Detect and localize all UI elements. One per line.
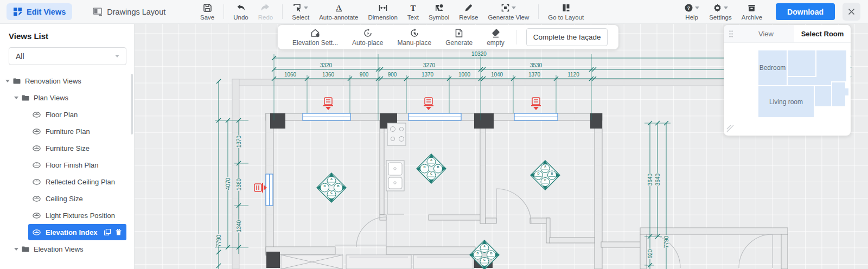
dim-segment: 1040 — [491, 72, 503, 78]
room-living-room[interactable]: Living room — [758, 86, 814, 117]
sidebar-item-reflected-ceiling-plan[interactable]: Reflected Ceiling Plan — [28, 174, 126, 190]
sidebar-item-floor-finish-plan[interactable]: Floor Finish Plan — [28, 157, 126, 173]
room-mini-map: Bedroom Living room — [724, 43, 851, 135]
tab-edit-views[interactable]: Edit Views — [7, 3, 72, 20]
app-window: Edit Views Drawings Layout Save — [0, 0, 868, 269]
room-unnamed[interactable] — [788, 50, 815, 76]
room-unnamed — [845, 88, 848, 95]
room-unnamed[interactable] — [788, 77, 831, 85]
view-icon — [33, 112, 41, 118]
tab-drawings-layout-label: Drawings Layout — [107, 8, 165, 16]
help-dropdown-caret[interactable] — [695, 7, 699, 9]
room-unnamed[interactable] — [815, 86, 831, 106]
generate-button[interactable]: Generate — [438, 28, 480, 47]
auto-annotate-button[interactable]: A Auto-annotate — [314, 3, 363, 21]
save-label: Save — [200, 14, 214, 21]
drag-handle-icon[interactable] — [724, 25, 738, 42]
auto-annotate-icon: A — [334, 3, 343, 12]
sidebar-scrollbar[interactable] — [131, 74, 133, 134]
tab-drawings-layout[interactable]: Drawings Layout — [86, 3, 172, 20]
trash-icon[interactable] — [116, 229, 122, 235]
section-marker-icon[interactable] — [424, 98, 433, 110]
select-dropdown-caret[interactable] — [304, 7, 308, 9]
room-panel-header: View Select Room — [724, 25, 851, 43]
drawings-layout-icon — [93, 7, 103, 16]
caret-down-icon[interactable] — [14, 97, 18, 99]
manu-place-label: Manu-place — [397, 39, 431, 47]
redo-label: Redo — [258, 14, 273, 21]
tree-item-label: Light Fixtures Position — [46, 212, 115, 220]
symbol-button[interactable]: Symbol — [424, 3, 454, 21]
section-marker-icon[interactable] — [531, 98, 541, 110]
redo-button[interactable]: Redo — [253, 3, 278, 21]
go-to-layout-button[interactable]: Go to Layout — [543, 3, 589, 21]
auto-place-button[interactable]: Auto-place — [345, 28, 390, 47]
complete-facade-button[interactable]: Complete the façade — [526, 28, 608, 46]
folder-icon — [22, 246, 29, 252]
empty-button[interactable]: empty — [480, 28, 512, 47]
download-button[interactable]: Download — [776, 3, 835, 20]
select-button[interactable]: Select — [287, 3, 314, 21]
download-label: Download — [787, 8, 824, 16]
dim-segment: 1000 — [458, 72, 471, 78]
duplicate-icon[interactable] — [104, 229, 111, 235]
views-filter-value: All — [16, 52, 24, 61]
settings-button[interactable]: Settings — [704, 3, 737, 21]
room-bedroom[interactable]: Bedroom — [758, 50, 787, 85]
revise-button[interactable]: Revise — [454, 3, 483, 21]
tree-node-plan-views[interactable]: Plan Views — [0, 89, 134, 106]
views-list-title: Views List — [0, 24, 134, 46]
generate-label: Generate — [445, 39, 473, 47]
dimension-button[interactable]: Dimension — [363, 3, 402, 21]
undo-button[interactable]: Undo — [228, 3, 253, 21]
text-button[interactable]: T Text — [403, 3, 424, 21]
tab-select-room[interactable]: Select Room — [794, 25, 851, 42]
sidebar-item-floor-plan[interactable]: Floor Plan — [28, 106, 126, 123]
caret-down-icon[interactable] — [5, 80, 10, 82]
undo-label: Undo — [233, 14, 248, 21]
generate-view-button[interactable]: Generate View — [483, 3, 534, 21]
view-icon — [33, 129, 41, 134]
room-unnamed[interactable] — [832, 82, 845, 106]
elevation-index-symbol[interactable] — [317, 173, 346, 202]
save-button[interactable]: Save — [195, 3, 219, 21]
archive-label: Archive — [742, 14, 762, 21]
sidebar-item-furniture-plan[interactable]: Furniture Plan — [28, 123, 126, 139]
help-button[interactable]: ? Help — [679, 3, 704, 21]
tree-node-elevation-views[interactable]: Elevation Views — [0, 241, 134, 258]
tree-item-label: Elevation Index — [46, 228, 97, 236]
resize-handle-icon[interactable] — [726, 125, 734, 132]
drawing-canvas[interactable]: A B C D — [135, 24, 868, 269]
room-bedroom-label: Bedroom — [760, 64, 786, 72]
close-icon — [847, 8, 856, 16]
views-filter-select[interactable]: All — [9, 47, 126, 65]
tree-item-label: Furniture Plan — [46, 127, 90, 136]
archive-icon — [747, 3, 756, 12]
sidebar-item-light-fixtures-position[interactable]: Light Fixtures Position — [28, 207, 126, 223]
sidebar-item-furniture-size[interactable]: Furniture Size — [28, 140, 126, 156]
elevation-settings-button[interactable]: Elevation Sett... — [285, 28, 345, 47]
view-icon — [33, 162, 41, 168]
tree-node-renovation-views[interactable]: Renovation Views — [0, 73, 134, 89]
manu-place-button[interactable]: Manu-place — [390, 28, 438, 47]
sidebar-item-elevation-index[interactable]: Elevation Index — [28, 224, 126, 240]
section-marker-icon[interactable] — [323, 98, 333, 110]
settings-dropdown-caret[interactable] — [724, 7, 728, 9]
dim-segment: 1370 — [422, 72, 434, 78]
view-icon — [33, 145, 41, 151]
dim-segment: 900 — [360, 72, 369, 78]
generate-view-dropdown-caret[interactable] — [512, 7, 516, 9]
help-icon: ? — [684, 3, 693, 12]
section-marker-icon[interactable] — [254, 183, 267, 193]
caret-down-icon[interactable] — [14, 248, 18, 251]
dim-right-outer: 7790 — [663, 235, 669, 248]
dim-right-bottom: 920 — [647, 249, 653, 258]
archive-button[interactable]: Archive — [737, 3, 767, 21]
elevation-index-symbol[interactable] — [531, 161, 560, 190]
close-button[interactable] — [843, 3, 860, 21]
elevation-toolbar: Elevation Sett... Auto-place Manu-place — [278, 25, 618, 49]
go-to-layout-icon — [561, 3, 571, 12]
sidebar-item-ceiling-size[interactable]: Ceiling Size — [28, 190, 126, 207]
elevation-index-symbol[interactable] — [417, 154, 446, 183]
tab-view[interactable]: View — [738, 25, 794, 42]
